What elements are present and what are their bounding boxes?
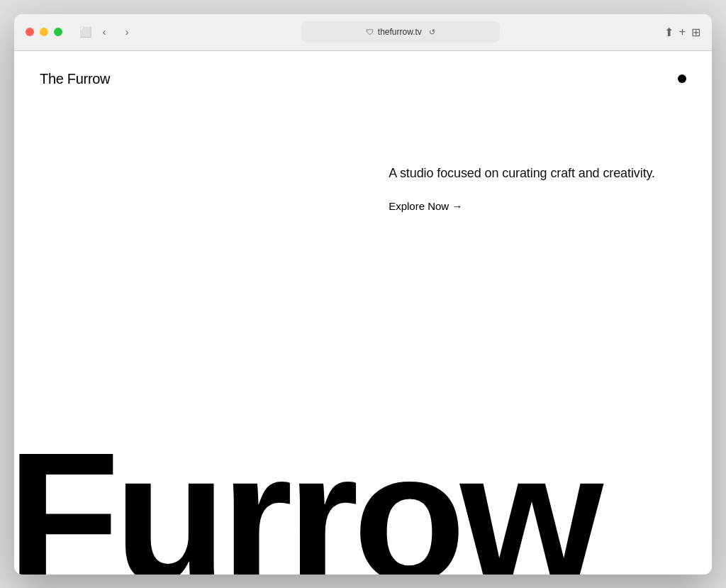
browser-controls: ⬜ ‹ › — [74, 22, 137, 42]
hero-tagline: A studio focused on curating craft and c… — [389, 164, 655, 183]
browser-window: ⬜ ‹ › 🛡 thefurrow.tv ↺ ⬆ + ⊞ The Furrow — [14, 14, 712, 575]
website-content: The Furrow A studio focused on curating … — [14, 51, 712, 575]
hero-content: A studio focused on curating craft and c… — [363, 107, 712, 241]
browser-chrome: ⬜ ‹ › 🛡 thefurrow.tv ↺ ⬆ + ⊞ — [14, 14, 712, 51]
browser-actions: ⬆ + ⊞ — [664, 26, 700, 39]
address-bar[interactable]: 🛡 thefurrow.tv ↺ — [301, 21, 500, 43]
back-button[interactable]: ‹ — [94, 22, 114, 42]
traffic-lights — [26, 28, 62, 36]
bg-text: Furrow — [14, 439, 712, 575]
new-tab-button[interactable]: + — [679, 26, 686, 38]
shield-icon: 🛡 — [366, 28, 374, 36]
menu-dot[interactable] — [678, 74, 686, 83]
explore-link[interactable]: Explore Now → — [389, 200, 462, 212]
share-button[interactable]: ⬆ — [664, 26, 674, 39]
bg-text-wrapper: Furrow — [14, 439, 712, 575]
maximize-button[interactable] — [54, 28, 62, 36]
site-header: The Furrow — [14, 51, 712, 107]
forward-button[interactable]: › — [117, 22, 137, 42]
reload-icon: ↺ — [429, 28, 435, 37]
url-text: thefurrow.tv — [378, 27, 422, 37]
close-button[interactable] — [26, 28, 34, 36]
grid-button[interactable]: ⊞ — [691, 26, 700, 39]
minimize-button[interactable] — [40, 28, 48, 36]
hero-section: A studio focused on curating craft and c… — [14, 107, 712, 575]
sidebar-icon[interactable]: ⬜ — [79, 26, 91, 38]
site-logo[interactable]: The Furrow — [40, 71, 110, 87]
address-bar-container: 🛡 thefurrow.tv ↺ — [137, 21, 664, 43]
